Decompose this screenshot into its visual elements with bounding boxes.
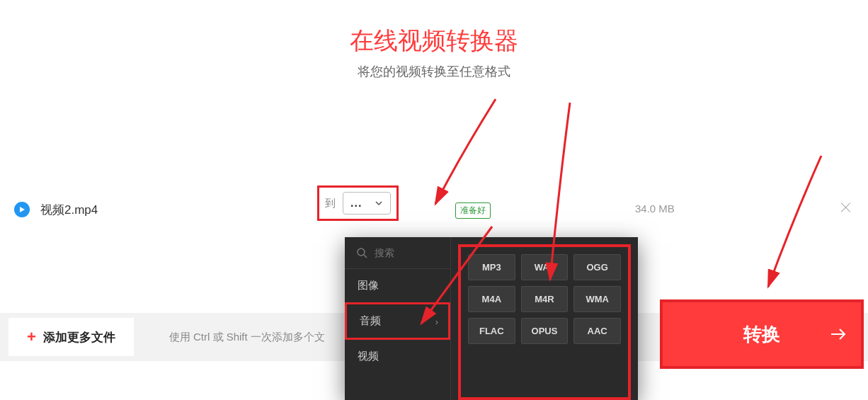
remove-file-button[interactable] (838, 200, 854, 215)
format-target-group: 到 ... (317, 185, 399, 221)
file-size: 34.0 MB (635, 202, 675, 215)
format-ogg[interactable]: OGG (573, 254, 621, 280)
format-grid: MP3 WAV OGG M4A M4R WMA FLAC OPUS AAC (458, 244, 631, 400)
multi-select-hint: 使用 Ctrl 或 Shift 一次添加多个文 (169, 331, 325, 344)
format-wma[interactable]: WMA (573, 286, 621, 312)
add-more-files-button[interactable]: + 添加更多文件 (8, 318, 134, 356)
convert-label: 转换 (743, 322, 780, 347)
to-label: 到 (325, 197, 336, 210)
search-input[interactable] (375, 247, 424, 258)
arrow-right-icon (828, 324, 848, 344)
page-subtitle: 将您的视频转换至任意格式 (0, 63, 868, 80)
format-search[interactable] (345, 237, 450, 269)
format-dropdown-panel: 图像 音频 › 视频 MP3 WAV OGG M4A M4R WMA FLAC … (345, 237, 638, 400)
svg-line-1 (364, 255, 367, 258)
add-more-label: 添加更多文件 (43, 329, 115, 345)
chevron-right-icon: › (435, 316, 438, 326)
status-badge: 准备好 (455, 202, 491, 219)
category-audio[interactable]: 音频 › (345, 302, 450, 340)
file-name: 视频2.mp4 (40, 202, 98, 218)
file-row: 视频2.mp4 (0, 190, 868, 229)
format-m4a[interactable]: M4A (468, 286, 515, 312)
format-flac[interactable]: FLAC (468, 318, 515, 344)
format-mp3[interactable]: MP3 (468, 254, 515, 280)
plus-icon: + (27, 328, 36, 346)
format-aac[interactable]: AAC (573, 318, 621, 344)
play-icon[interactable] (14, 202, 30, 217)
category-image[interactable]: 图像 (345, 269, 450, 302)
category-video[interactable]: 视频 (345, 340, 450, 373)
svg-point-0 (358, 248, 365, 256)
format-opus[interactable]: OPUS (521, 318, 569, 344)
chevron-down-icon (375, 199, 383, 207)
format-select[interactable]: ... (343, 192, 391, 215)
page-title: 在线视频转换器 (0, 25, 868, 57)
format-m4r[interactable]: M4R (521, 286, 569, 312)
selected-format: ... (350, 197, 362, 210)
format-wav[interactable]: WAV (521, 254, 569, 280)
category-audio-label: 音频 (360, 314, 381, 326)
search-icon (356, 247, 367, 258)
convert-button[interactable]: 转换 (660, 299, 864, 369)
